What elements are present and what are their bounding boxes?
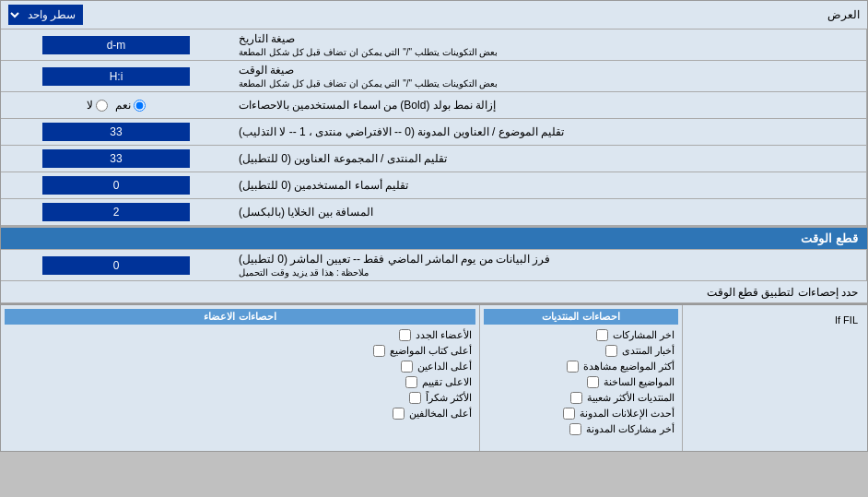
time-format-input[interactable] [42, 67, 190, 86]
topic-sort-row: تقليم الموضوع / العناوين المدونة (0 -- ا… [1, 119, 867, 146]
member-stat-item-1[interactable]: أعلى كتاب المواضيع [5, 343, 475, 359]
post-stat-check-6[interactable] [569, 423, 581, 435]
member-stat-check-2[interactable] [401, 361, 413, 373]
member-stat-check-4[interactable] [409, 392, 421, 404]
member-stat-item-4[interactable]: الأكثر شكراً [5, 390, 475, 406]
bold-remove-row: إزالة نمط بولد (Bold) من اسماء المستخدمي… [1, 92, 867, 119]
post-stat-item-1[interactable]: أخبار المنتدى [484, 343, 678, 359]
member-stat-label-2: أعلى الداعين [417, 361, 472, 373]
time-cut-note: ملاحظة : هذا قد يزيد وقت التحميل [239, 267, 369, 278]
time-format-note: بعض التكوينات يتطلب "/" التي يمكن ان تضا… [239, 78, 498, 89]
topic-sort-input-cell [1, 119, 231, 145]
apply-label-row: حدد إحصاءات لتطبيق قطع الوقت [1, 281, 867, 303]
post-stat-item-2[interactable]: أكثر المواضيع مشاهدة [484, 359, 678, 374]
bold-remove-radio-group: نعم لا [87, 99, 146, 112]
post-stat-label-5: أحدث الإعلانات المدونة [580, 408, 674, 420]
topic-sort-input[interactable] [42, 123, 190, 141]
forum-sort-label: تقليم المنتدى / المجموعة العناوين (0 للت… [231, 146, 867, 172]
topic-sort-label: تقليم الموضوع / العناوين المدونة (0 -- ا… [231, 119, 867, 145]
cell-spacing-input-cell [1, 199, 231, 225]
date-format-input[interactable] [42, 36, 190, 54]
post-stat-check-2[interactable] [567, 361, 579, 373]
time-format-input-cell [1, 64, 231, 89]
member-stat-check-3[interactable] [405, 376, 417, 388]
bold-remove-label: إزالة نمط بولد (Bold) من اسماء المستخدمي… [231, 92, 867, 118]
cell-spacing-row: المسافة بين الخلايا (بالبكسل) [1, 199, 867, 226]
post-stat-label-6: أخر مشاركات المدونة [586, 423, 674, 435]
time-cut-input[interactable] [42, 256, 190, 275]
date-format-main-label: صيغة التاريخ [239, 32, 295, 45]
post-stat-item-5[interactable]: أحدث الإعلانات المدونة [484, 406, 678, 421]
member-stat-label-5: أعلى المخالفين [409, 408, 472, 420]
member-stat-check-0[interactable] [399, 329, 411, 341]
main-container: العرض سطر واحد سطرين صيغة التاريخ بعض ال… [0, 0, 868, 452]
date-format-note: بعض التكوينات يتطلب "/" التي يمكن ان تضا… [239, 47, 498, 57]
time-cut-section-header: قطع الوقت [1, 226, 867, 250]
members-stats-header: احصاءات الاعضاء [5, 309, 475, 325]
stats-container: If FIL احصاءات المنتديات اخر المشاركات أ… [1, 303, 867, 451]
stats-left-panel: احصاءات الاعضاء الأعضاء الجدد أعلى كتاب … [1, 305, 480, 451]
bold-remove-yes-label[interactable]: نعم [115, 99, 146, 112]
member-stat-label-1: أعلى كتاب المواضيع [390, 345, 472, 357]
time-format-main-label: صيغة الوقت [239, 64, 294, 77]
bold-remove-no-radio[interactable] [96, 100, 108, 112]
stats-middle-panel: احصاءات المنتديات اخر المشاركات أخبار ال… [480, 305, 683, 451]
member-stat-label-0: الأعضاء الجدد [416, 329, 472, 341]
post-stat-item-3[interactable]: المواضيع الساخنة [484, 374, 678, 390]
time-cut-main-label: فرز البيانات من يوم الماشر الماضي فقط --… [239, 253, 550, 266]
user-sort-row: تقليم أسماء المستخدمين (0 للتطبيل) [1, 172, 867, 199]
member-stat-item-0[interactable]: الأعضاء الجدد [5, 327, 475, 343]
member-stat-check-5[interactable] [393, 408, 405, 420]
top-select-area: سطر واحد سطرين [8, 5, 83, 25]
date-format-row: صيغة التاريخ بعض التكوينات يتطلب "/" الت… [1, 30, 867, 61]
user-sort-input[interactable] [42, 176, 190, 195]
member-stat-check-1[interactable] [373, 345, 385, 357]
post-stat-item-0[interactable]: اخر المشاركات [484, 327, 678, 343]
date-format-label: صيغة التاريخ بعض التكوينات يتطلب "/" الت… [231, 30, 867, 60]
bold-remove-input-cell: نعم لا [1, 92, 231, 118]
member-stat-label-4: الأكثر شكراً [426, 392, 472, 404]
stats-right-panel: If FIL [683, 305, 867, 451]
post-stat-label-0: اخر المشاركات [613, 329, 674, 341]
forum-sort-input-cell [1, 146, 231, 172]
apply-label-text: حدد إحصاءات لتطبيق قطع الوقت [10, 286, 858, 299]
user-sort-label: تقليم أسماء المستخدمين (0 للتطبيل) [231, 172, 867, 198]
date-format-input-cell [1, 32, 231, 58]
post-stat-check-3[interactable] [587, 376, 599, 388]
posts-stats-header: احصاءات المنتديات [484, 309, 678, 325]
post-stat-label-2: أكثر المواضيع مشاهدة [583, 361, 674, 373]
cell-spacing-input[interactable] [42, 203, 190, 221]
post-stat-check-4[interactable] [570, 392, 582, 404]
post-stat-label-1: أخبار المنتدى [622, 345, 674, 357]
cell-spacing-label: المسافة بين الخلايا (بالبكسل) [231, 199, 867, 225]
post-stat-label-4: المنتديات الأكثر شعبية [587, 392, 674, 404]
time-format-label: صيغة الوقت بعض التكوينات يتطلب "/" التي … [231, 61, 867, 91]
bold-remove-yes-radio[interactable] [134, 100, 146, 112]
post-stat-check-1[interactable] [605, 345, 617, 357]
post-stat-item-6[interactable]: أخر مشاركات المدونة [484, 421, 678, 437]
time-cut-input-cell [1, 253, 231, 278]
member-stat-label-3: الاعلى تقييم [422, 376, 472, 388]
time-cut-row: فرز البيانات من يوم الماشر الماضي فقط --… [1, 250, 867, 281]
bold-remove-no-label[interactable]: لا [87, 99, 108, 112]
forum-sort-input[interactable] [42, 149, 190, 168]
post-stat-check-5[interactable] [563, 408, 575, 420]
member-stat-item-3[interactable]: الاعلى تقييم [5, 374, 475, 390]
top-header-row: العرض سطر واحد سطرين [1, 1, 867, 30]
if-fil-text: If FIL [686, 309, 863, 331]
user-sort-input-cell [1, 172, 231, 198]
post-stat-label-3: المواضيع الساخنة [604, 376, 674, 388]
member-stat-item-2[interactable]: أعلى الداعين [5, 359, 475, 374]
post-stat-item-4[interactable]: المنتديات الأكثر شعبية [484, 390, 678, 406]
time-format-row: صيغة الوقت بعض التكوينات يتطلب "/" التي … [1, 61, 867, 92]
page-title: العرض [827, 8, 860, 21]
forum-sort-row: تقليم المنتدى / المجموعة العناوين (0 للت… [1, 146, 867, 172]
time-cut-label: فرز البيانات من يوم الماشر الماضي فقط --… [231, 250, 867, 280]
display-mode-select[interactable]: سطر واحد سطرين [8, 5, 83, 25]
member-stat-item-5[interactable]: أعلى المخالفين [5, 406, 475, 421]
post-stat-check-0[interactable] [596, 329, 608, 341]
